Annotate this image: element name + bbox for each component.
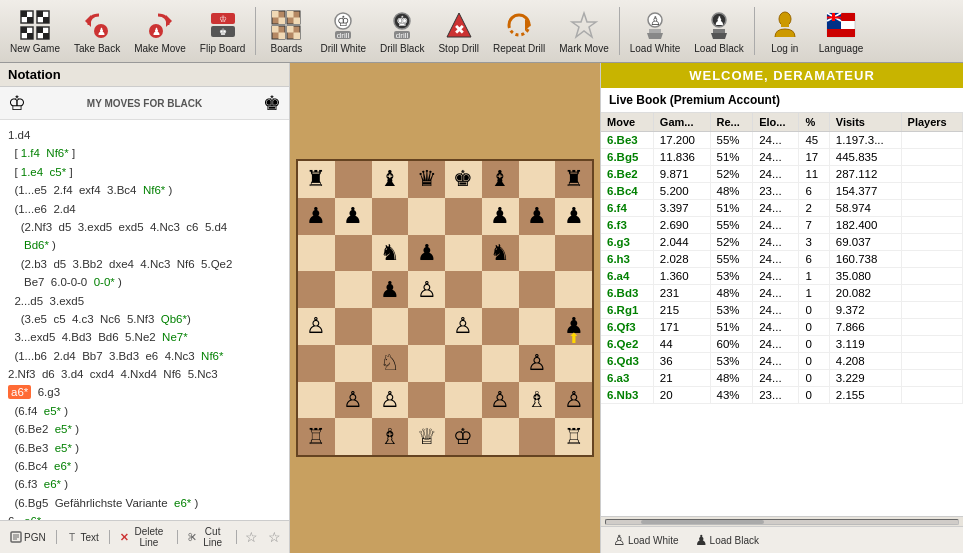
table-row[interactable]: 6.Qe24460%24...03.119 (601, 336, 963, 353)
square-d4[interactable] (408, 308, 445, 345)
square-a5[interactable] (298, 271, 335, 308)
square-a2[interactable] (298, 382, 335, 419)
square-f7[interactable]: ♟ (482, 198, 519, 235)
square-h2[interactable]: ♙ (555, 382, 592, 419)
square-a6[interactable] (298, 235, 335, 272)
drill-white-button[interactable]: ♔ drill Drill White (314, 2, 372, 60)
square-b1[interactable] (335, 418, 372, 455)
table-row[interactable]: 6.Bd323148%24...120.082 (601, 285, 963, 302)
table-row[interactable]: 6.Bg511.83651%24...17445.835 (601, 149, 963, 166)
notation-content[interactable]: 1.d4 [ 1.f4 Nf6* ] [ 1.e4 c5* ] (1...e5 … (0, 120, 289, 520)
square-c5[interactable]: ♟ (372, 271, 409, 308)
square-d1[interactable]: ♕ (408, 418, 445, 455)
square-d7[interactable] (408, 198, 445, 235)
square-d8[interactable]: ♛ (408, 161, 445, 198)
make-move-button[interactable]: ♟ Make Move (128, 2, 192, 60)
star1-button[interactable]: ☆ (243, 528, 260, 546)
square-e1[interactable]: ♔ (445, 418, 482, 455)
take-back-button[interactable]: ♟ Take Back (68, 2, 126, 60)
square-g2[interactable]: ♗ (519, 382, 556, 419)
square-d3[interactable] (408, 345, 445, 382)
square-h6[interactable] (555, 235, 592, 272)
table-row[interactable]: 6.f43.39751%24...258.974 (601, 200, 963, 217)
square-b4[interactable] (335, 308, 372, 345)
table-row[interactable]: 6.f32.69055%24...7182.400 (601, 217, 963, 234)
square-a8[interactable]: ♜ (298, 161, 335, 198)
livebook-load-black-button[interactable]: ♟ Load Black (691, 530, 763, 550)
load-black-button[interactable]: ♟ Load Black (688, 2, 749, 60)
pgn-button[interactable]: PGN (6, 529, 50, 545)
square-f4[interactable] (482, 308, 519, 345)
square-c1[interactable]: ♗ (372, 418, 409, 455)
table-row[interactable]: 6.g32.04452%24...369.037 (601, 234, 963, 251)
table-row[interactable]: 6.h32.02855%24...6160.738 (601, 251, 963, 268)
square-c6[interactable]: ♞ (372, 235, 409, 272)
square-h1[interactable]: ♖ (555, 418, 592, 455)
table-row[interactable]: 6.Be29.87152%24...11287.112 (601, 166, 963, 183)
table-row[interactable]: 6.Nb32043%23...02.155 (601, 387, 963, 404)
square-g1[interactable] (519, 418, 556, 455)
square-b7[interactable]: ♟ (335, 198, 372, 235)
square-f5[interactable] (482, 271, 519, 308)
highlighted-move[interactable]: a6* (8, 385, 31, 399)
table-row[interactable]: 6.Bc45.20048%23...6154.377 (601, 183, 963, 200)
table-row[interactable]: 6.Qd33653%24...04.208 (601, 353, 963, 370)
square-c7[interactable] (372, 198, 409, 235)
square-g5[interactable] (519, 271, 556, 308)
mark-move-button[interactable]: Mark Move (553, 2, 614, 60)
square-c2[interactable]: ♙ (372, 382, 409, 419)
livebook-table[interactable]: Move Gam... Re... Elo... % Visits Player… (601, 113, 963, 516)
boards-button[interactable]: Boards (260, 2, 312, 60)
square-a7[interactable]: ♟ (298, 198, 335, 235)
square-d2[interactable] (408, 382, 445, 419)
repeat-drill-button[interactable]: Repeat Drill (487, 2, 551, 60)
chessboard[interactable]: ♜ ♝ ♛ ♚ ♝ ♜ ♟ ♟ ♟ ♟ ♟ ♞ ♟ ♞ (296, 159, 594, 457)
horizontal-scrollbar[interactable] (601, 516, 963, 526)
square-d6[interactable]: ♟ (408, 235, 445, 272)
square-f2[interactable]: ♙ (482, 382, 519, 419)
square-b2[interactable]: ♙ (335, 382, 372, 419)
square-e6[interactable] (445, 235, 482, 272)
square-a4[interactable]: ♙ (298, 308, 335, 345)
square-h7[interactable]: ♟ (555, 198, 592, 235)
square-c4[interactable] (372, 308, 409, 345)
table-row[interactable]: 6.Be317.20055%24...451.197.3... (601, 132, 963, 149)
table-row[interactable]: 6.a41.36053%24...135.080 (601, 268, 963, 285)
square-g6[interactable] (519, 235, 556, 272)
square-a3[interactable] (298, 345, 335, 382)
square-b3[interactable] (335, 345, 372, 382)
square-g8[interactable] (519, 161, 556, 198)
square-b8[interactable] (335, 161, 372, 198)
square-f3[interactable] (482, 345, 519, 382)
square-b5[interactable] (335, 271, 372, 308)
square-c8[interactable]: ♝ (372, 161, 409, 198)
livebook-load-white-button[interactable]: ♙ Load White (609, 530, 683, 550)
square-f8[interactable]: ♝ (482, 161, 519, 198)
text-button[interactable]: T Text (62, 529, 102, 545)
drill-black-button[interactable]: ♚ drill Drill Black (374, 2, 430, 60)
log-in-button[interactable]: Log in (759, 2, 811, 60)
square-h3[interactable] (555, 345, 592, 382)
square-h4[interactable]: ♟ ⬆ (555, 308, 592, 345)
square-h8[interactable]: ♜ (555, 161, 592, 198)
square-e3[interactable] (445, 345, 482, 382)
load-white-button[interactable]: ♙ Load White (624, 2, 687, 60)
square-h5[interactable] (555, 271, 592, 308)
delete-line-button[interactable]: Delete Line (116, 524, 172, 550)
square-f6[interactable]: ♞ (482, 235, 519, 272)
table-row[interactable]: 6.Qf317151%24...07.866 (601, 319, 963, 336)
square-g7[interactable]: ♟ (519, 198, 556, 235)
square-g4[interactable] (519, 308, 556, 345)
star2-button[interactable]: ☆ (266, 528, 283, 546)
table-row[interactable]: 6.a32148%24...03.229 (601, 370, 963, 387)
square-b6[interactable] (335, 235, 372, 272)
cut-line-button[interactable]: Cut Line (184, 524, 230, 550)
square-e7[interactable] (445, 198, 482, 235)
square-a1[interactable]: ♖ (298, 418, 335, 455)
square-f1[interactable] (482, 418, 519, 455)
square-e4[interactable]: ♙ (445, 308, 482, 345)
square-d5[interactable]: ♙ (408, 271, 445, 308)
new-game-button[interactable]: New Game (4, 2, 66, 60)
square-e5[interactable] (445, 271, 482, 308)
flip-board-button[interactable]: ♔ ♚ Flip Board (194, 2, 252, 60)
